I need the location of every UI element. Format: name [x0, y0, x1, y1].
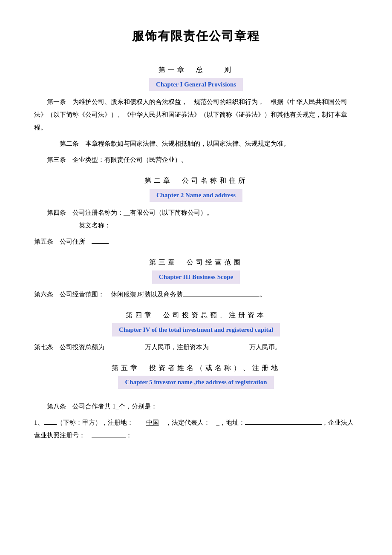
chapter-2-heading-cn: 第二章 公司名称和住所 [34, 175, 358, 187]
article-5: 第五条 公司住所 [34, 235, 358, 248]
chapter-4-heading-cn: 第四章 公司投资总额、注册资本 [34, 309, 358, 322]
chapter-1-heading-en: Chapter I General Provisions [149, 78, 243, 91]
article-1: 第一条 为维护公司、股东和债权人的合法权益， 规范公司的组织和行为， 根据《中华… [34, 95, 358, 134]
chapter-3-heading-en: Chapter III Business Scope [152, 270, 240, 284]
article-2: 第二条 本章程条款如与国家法律、法规相抵触的，以国家法律、法规规定为准。 [34, 137, 358, 150]
main-title: 服饰有限责任公司章程 [34, 26, 358, 47]
chapter-5-block: 第五章 投资者姓名（或名称）、注册地 Chapter 5 investor na… [34, 362, 358, 442]
chapter-2-block: 第二章 公司名称和住所 Chapter 2 Name and address 第… [34, 175, 358, 248]
article-4: 第四条 公司注册名称为：__有限公司（以下简称公司）。 英文名称： [47, 206, 358, 232]
chapter-4-heading-en: Chapter IV of the total investment and r… [112, 323, 280, 336]
document-container: 服饰有限责任公司章程 第一章 总 则 Chapter I General Pro… [34, 26, 358, 442]
chapter-3-block: 第三章 公司经营范围 Chapter III Business Scope 第六… [34, 256, 358, 301]
chapter-5-heading-en: Chapter 5 investor name ,the address of … [118, 376, 274, 389]
chapter-1-heading-cn: 第一章 总 则 [34, 64, 358, 76]
article-8-item1: 1、（下称：甲方），注册地： 中国 ，法定代表人： _，地址：，企业法人营业执照… [34, 416, 358, 442]
chapter-2-heading-en: Chapter 2 Name and address [150, 189, 242, 202]
chapter-5-heading-cn: 第五章 投资者姓名（或名称）、注册地 [34, 362, 358, 374]
chapter-3-heading-cn: 第三章 公司经营范围 [34, 256, 358, 269]
article-6: 第六条 公司经营范围： 休闲服装,时装以及商务装。 [34, 288, 358, 301]
article-8-intro: 第八条 公司合作者共 1_个，分别是： [47, 400, 358, 413]
article-3: 第三条 企业类型：有限责任公司（民营企业）。 [34, 153, 358, 166]
article-7: 第七条 公司投资总额为 万人民币，注册资本为 万人民币。 [34, 341, 358, 354]
chapter-1-block: 第一章 总 则 Chapter I General Provisions 第一条… [34, 64, 358, 166]
chapter-4-block: 第四章 公司投资总额、注册资本 Chapter IV of the total … [34, 309, 358, 354]
